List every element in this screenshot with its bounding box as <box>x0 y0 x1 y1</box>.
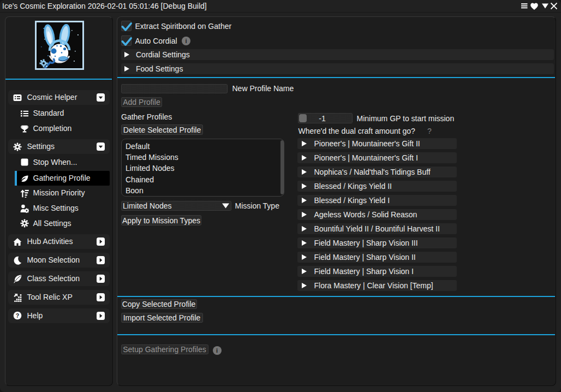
svg-text:?: ? <box>16 312 19 319</box>
